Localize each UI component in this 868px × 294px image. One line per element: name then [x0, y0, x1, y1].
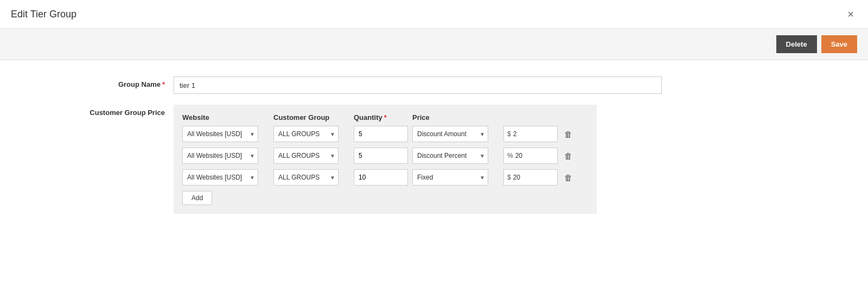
price-type-select-wrap-2: Discount Amount Discount Percent Fixed ▼ [412, 148, 488, 164]
website-select-1[interactable]: All Websites [USD] [182, 126, 258, 142]
price-type-select-wrap-3: Discount Amount Discount Percent Fixed ▼ [412, 169, 488, 186]
table-header: Website Customer Group Quantity* Price [182, 113, 588, 126]
qty-input-2[interactable] [354, 148, 408, 164]
table-row: All Websites [USD] ▼ ALL GROUPS ▼ [182, 148, 588, 164]
cgroup-select-wrap-2: ALL GROUPS ▼ [273, 148, 339, 164]
group-name-input-wrap [174, 76, 662, 94]
website-cell-3: All Websites [USD] ▼ [182, 169, 269, 186]
dialog-header: Edit Tier Group × [0, 0, 868, 29]
qty-cell-1 [354, 126, 408, 142]
delete-button[interactable]: Delete [776, 35, 817, 53]
form-body: Group Name* Customer Group Price Website… [0, 60, 868, 241]
price-type-select-2[interactable]: Discount Amount Discount Percent Fixed [412, 148, 488, 164]
price-type-cell-1: Discount Amount Discount Percent Fixed ▼ [412, 126, 499, 142]
group-name-label: Group Name* [33, 76, 174, 88]
value-input-2[interactable] [515, 152, 542, 159]
price-type-cell-3: Discount Amount Discount Percent Fixed ▼ [412, 169, 499, 186]
toolbar: Delete Save [0, 29, 868, 60]
qty-input-3[interactable] [354, 169, 408, 186]
qty-cell-2 [354, 148, 408, 164]
save-button[interactable]: Save [821, 35, 857, 53]
header-quantity: Quantity* [354, 113, 408, 122]
value-input-3[interactable] [513, 174, 540, 181]
header-price: Price [412, 113, 499, 122]
action-cell-3: 🗑 [562, 172, 578, 183]
close-button[interactable]: × [844, 8, 857, 21]
group-name-input[interactable] [174, 76, 662, 94]
table-row: All Websites [USD] ▼ ALL GROUPS ▼ [182, 169, 588, 186]
price-type-select-1[interactable]: Discount Amount Discount Percent Fixed [412, 126, 488, 142]
price-table: Website Customer Group Quantity* Price A… [174, 105, 597, 214]
website-cell-1: All Websites [USD] ▼ [182, 126, 269, 142]
cgroup-select-3[interactable]: ALL GROUPS [273, 169, 339, 186]
value-wrap-1: $ [503, 126, 558, 142]
add-button[interactable]: Add [182, 191, 212, 205]
value-cell-2: % [503, 148, 558, 164]
group-name-row: Group Name* [33, 76, 835, 94]
website-select-3[interactable]: All Websites [USD] [182, 169, 258, 186]
value-cell-3: $ [503, 169, 558, 186]
cgroup-select-2[interactable]: ALL GROUPS [273, 148, 339, 164]
action-cell-2: 🗑 [562, 150, 578, 162]
website-select-wrap-3: All Websites [USD] ▼ [182, 169, 258, 186]
qty-input-1[interactable] [354, 126, 408, 142]
header-website: Website [182, 113, 269, 122]
value-cell-1: $ [503, 126, 558, 142]
value-prefix-3: $ [507, 174, 511, 181]
price-type-cell-2: Discount Amount Discount Percent Fixed ▼ [412, 148, 499, 164]
value-input-1[interactable] [513, 130, 540, 138]
price-type-select-3[interactable]: Discount Amount Discount Percent Fixed [412, 169, 488, 186]
website-select-wrap-2: All Websites [USD] ▼ [182, 148, 258, 164]
website-select-wrap-1: All Websites [USD] ▼ [182, 126, 258, 142]
website-cell-2: All Websites [USD] ▼ [182, 148, 269, 164]
value-wrap-2: % [503, 148, 558, 164]
required-indicator: * [162, 80, 165, 88]
delete-row-3-button[interactable]: 🗑 [562, 172, 575, 183]
customer-group-price-row: Customer Group Price Website Customer Gr… [33, 105, 835, 214]
qty-required: * [384, 113, 387, 122]
dialog-title: Edit Tier Group [11, 9, 76, 20]
cgroup-select-wrap-1: ALL GROUPS ▼ [273, 126, 339, 142]
value-prefix-2: % [507, 152, 513, 159]
cgroup-cell-3: ALL GROUPS ▼ [273, 169, 349, 186]
qty-cell-3 [354, 169, 408, 186]
website-select-2[interactable]: All Websites [USD] [182, 148, 258, 164]
delete-row-2-button[interactable]: 🗑 [562, 150, 575, 162]
cgroup-select-wrap-3: ALL GROUPS ▼ [273, 169, 339, 186]
add-row: Add [182, 191, 588, 205]
price-type-select-wrap-1: Discount Amount Discount Percent Fixed ▼ [412, 126, 488, 142]
cgroup-select-1[interactable]: ALL GROUPS [273, 126, 339, 142]
value-wrap-3: $ [503, 169, 558, 186]
header-customer-group: Customer Group [273, 113, 349, 122]
action-cell-1: 🗑 [562, 129, 578, 140]
delete-row-1-button[interactable]: 🗑 [562, 129, 575, 140]
customer-group-price-label: Customer Group Price [33, 105, 174, 117]
cgroup-cell-1: ALL GROUPS ▼ [273, 126, 349, 142]
table-row: All Websites [USD] ▼ ALL GROUPS ▼ [182, 126, 588, 142]
cgroup-cell-2: ALL GROUPS ▼ [273, 148, 349, 164]
value-prefix-1: $ [507, 130, 511, 138]
